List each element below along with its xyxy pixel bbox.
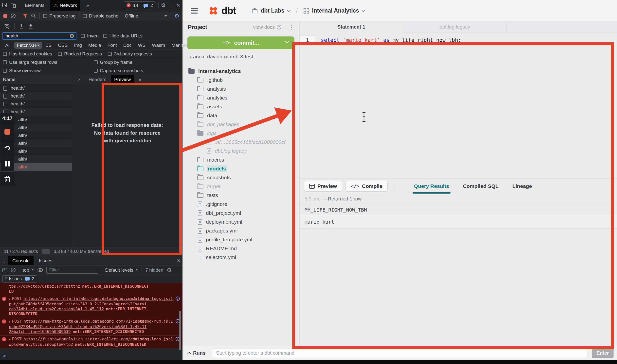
tab-dbt-log-legacy[interactable]: dbt.log.legacy	[403, 22, 507, 32]
close-drawer-icon[interactable]: ✕	[177, 258, 181, 264]
checkbox-option[interactable]: 3rd-party requests	[108, 51, 152, 57]
console-filter-input[interactable]	[49, 267, 96, 273]
more-detail-tabs-icon[interactable]: »	[136, 75, 145, 84]
clear-console-icon[interactable]	[11, 268, 16, 272]
network-type-filter[interactable]: CSS	[55, 42, 70, 49]
chevron-down-icon[interactable]	[164, 15, 167, 18]
settings-gear-icon[interactable]: ⚙	[161, 3, 166, 8]
network-type-filter[interactable]: Fetch/XHR	[14, 42, 42, 49]
enter-button[interactable]: Enter	[592, 348, 614, 358]
invert-checkbox[interactable]: Invert	[81, 33, 99, 39]
file-tree-item[interactable]: packages.yml	[182, 226, 299, 235]
source-link[interactable]: datadog-rum.js:1	[135, 319, 173, 324]
preview-button[interactable]: Preview	[304, 181, 342, 192]
file-tree-item[interactable]: .gitignore	[182, 200, 299, 209]
file-tree-item[interactable]: dbt_packages	[182, 120, 299, 129]
tab-issues[interactable]: Issues	[35, 256, 56, 265]
file-tree-item[interactable]: tests	[182, 191, 299, 200]
file-tree-item[interactable]: dbt.log.legacy	[182, 147, 299, 155]
search-icon[interactable]	[31, 14, 36, 18]
commit-button[interactable]: commit...	[187, 36, 294, 49]
preserve-log-checkbox[interactable]: Preserve log	[43, 13, 76, 19]
dbt-command-input[interactable]	[212, 348, 587, 358]
tab-elements[interactable]: Elements	[21, 0, 48, 11]
issue-badges[interactable]: ✕ 14 2	[124, 1, 156, 9]
source-link[interactable]: datadog-logs.js:1	[132, 296, 173, 301]
network-request-row[interactable]: health/	[0, 100, 72, 108]
file-tree-item[interactable]: snapshots	[182, 173, 299, 182]
expand-caret-icon[interactable]: ▶	[9, 298, 11, 301]
kebab-menu-icon[interactable]: ⋮	[168, 2, 174, 9]
device-toolbar-icon[interactable]	[10, 2, 16, 8]
issues-counter[interactable]: 2 Issues: 2	[2, 275, 37, 282]
checkbox-option[interactable]: Blocked Requests	[58, 51, 102, 57]
tab-compiled-sql[interactable]: Compiled SQL	[463, 179, 499, 194]
live-expression-eye-icon[interactable]	[37, 268, 43, 272]
file-tree-item[interactable]: logs	[182, 129, 299, 138]
file-tree-item[interactable]: README.md	[182, 244, 299, 253]
file-tree-item[interactable]: .github	[182, 76, 299, 84]
file-tree-item[interactable]: profile_template.yml	[182, 235, 299, 244]
sql-editor[interactable]: 1 select 'mario kart' as my_life_right_n…	[300, 33, 617, 178]
console-sidebar-icon[interactable]	[2, 268, 7, 272]
pause-recording-button[interactable]	[0, 156, 14, 171]
results-cell[interactable]: mario kart	[300, 215, 617, 229]
tab-headers[interactable]: Headers	[85, 75, 109, 84]
checkbox-option[interactable]: Has blocked cookies	[3, 51, 52, 57]
file-tree-item[interactable]: analytics	[182, 93, 299, 102]
network-request-row[interactable]: health/	[0, 84, 72, 92]
network-request-row[interactable]: health/	[0, 92, 72, 100]
file-tree-item[interactable]: macros	[182, 155, 299, 164]
network-type-filter[interactable]: Doc	[121, 42, 134, 49]
tab-query-results[interactable]: Query Results	[414, 179, 449, 194]
network-conditions-icon[interactable]	[3, 23, 10, 29]
disable-cache-checkbox[interactable]: Disable cache	[83, 13, 118, 19]
import-har-icon[interactable]	[19, 23, 24, 29]
drawer-kebab-icon[interactable]: ⋮	[1, 258, 7, 264]
dbt-logo[interactable]: dbt	[208, 5, 236, 17]
file-tree-item[interactable]: .nf…3665c416bfecb1000000cf	[182, 138, 299, 147]
hide-data-urls-checkbox[interactable]: Hide data URLs	[103, 33, 143, 39]
stop-recording-button[interactable]	[0, 123, 14, 140]
context-select[interactable]: top	[23, 267, 34, 273]
file-tree-item[interactable]: data	[182, 111, 299, 120]
file-tree-item[interactable]: deployment.yml	[182, 217, 299, 226]
console-scrollbar[interactable]	[179, 311, 181, 350]
console-error-message[interactable]: ✕▶POSThttps://browser-http-intake.logs.d…	[0, 295, 182, 318]
console-settings-gear-icon[interactable]: ⚙	[167, 267, 172, 273]
network-type-filter[interactable]: All	[2, 42, 13, 49]
file-tree-item[interactable]: assets	[182, 102, 299, 111]
checkbox-option[interactable]: Capture screenshots	[94, 68, 179, 73]
checkbox-option[interactable]: Show overview	[3, 68, 94, 73]
console-error-message[interactable]: ✕▶tps://dcvctob/usbbzls/ncbttthznet::ERR…	[0, 283, 182, 295]
console-error-message[interactable]: ✕▶POSThttps://rum-http-intake.logs.datad…	[0, 318, 182, 335]
log-levels-select[interactable]: Default levels	[105, 267, 138, 273]
network-type-filter[interactable]: Wasm	[149, 42, 168, 49]
sidebar-kebab-icon[interactable]: ⋮	[289, 24, 294, 31]
network-type-filter[interactable]: Media	[86, 42, 104, 49]
throttling-select[interactable]: Offline	[125, 13, 138, 19]
file-tree-item[interactable]: analysis	[182, 84, 299, 93]
network-type-filter[interactable]: Font	[105, 42, 120, 49]
project-switcher[interactable]: Internal Analytics	[304, 7, 365, 14]
clear-filter-icon[interactable]: ✕	[70, 34, 74, 38]
network-type-filter[interactable]: Img	[71, 42, 85, 49]
console-prompt[interactable]: >	[0, 352, 182, 360]
file-tree-item[interactable]: models	[182, 164, 299, 173]
close-detail-icon[interactable]: ×	[75, 75, 84, 84]
more-tabs-icon[interactable]: »	[83, 0, 92, 11]
compile-button[interactable]: </> Compile	[345, 181, 387, 192]
view-docs-link[interactable]: view docs ?	[253, 24, 281, 30]
console-error-message[interactable]: ✕▶POSThttps://fishtownanalytics.sinter-c…	[0, 335, 182, 348]
record-icon[interactable]	[3, 14, 7, 18]
expand-caret-icon[interactable]: ▶	[9, 338, 11, 341]
tab-preview[interactable]: Preview	[111, 75, 134, 84]
network-filter-input[interactable]	[5, 33, 70, 39]
account-switcher[interactable]: dbt Labs	[252, 7, 290, 14]
tab-console[interactable]: Console	[8, 256, 34, 265]
network-type-filter[interactable]: JS	[43, 42, 54, 49]
clear-icon[interactable]	[11, 14, 16, 18]
restart-recording-button[interactable]	[0, 140, 14, 156]
checkbox-option[interactable]: Group by frame	[94, 60, 179, 65]
name-column-header[interactable]: Name	[0, 75, 72, 84]
